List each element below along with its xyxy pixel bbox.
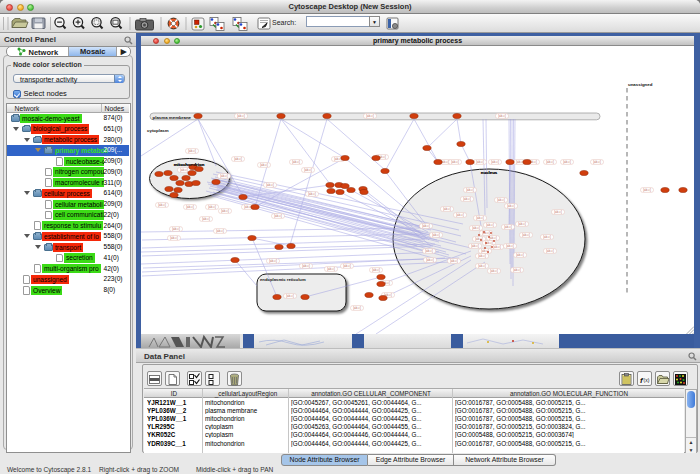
svg-text:[ab-c]: [ab-c] [366,114,374,118]
svg-text:[ab-c]: [ab-c] [497,198,505,202]
svg-text:mitochondrion: mitochondrion [174,162,205,167]
svg-text:[ab-c]: [ab-c] [443,207,451,211]
svg-text:[ab-c]: [ab-c] [451,160,459,164]
svg-text:[ab-c]: [ab-c] [593,160,601,164]
svg-text:[ab-c]: [ab-c] [513,268,521,272]
svg-text:endoplasmic reticulum: endoplasmic reticulum [260,277,306,282]
svg-text:[ab-c]: [ab-c] [554,210,562,214]
svg-text:[ab-c]: [ab-c] [471,244,479,248]
svg-text:[ab-c]: [ab-c] [266,183,274,187]
svg-text:[ab-c]: [ab-c] [475,237,483,241]
svg-text:[ab-c]: [ab-c] [304,168,312,172]
svg-text:unassigned: unassigned [628,82,653,87]
svg-text:[ab-c]: [ab-c] [643,188,651,192]
svg-text:[ab-c]: [ab-c] [490,269,498,273]
svg-text:[ab-c]: [ab-c] [522,233,530,237]
svg-text:[ab-c]: [ab-c] [472,226,480,230]
svg-text:[ab-c]: [ab-c] [426,258,434,262]
svg-text:[ab-c]: [ab-c] [286,294,294,298]
svg-text:[ab-c]: [ab-c] [491,160,499,164]
svg-text:[ab-c]: [ab-c] [308,192,316,196]
svg-text:[ab-c]: [ab-c] [220,174,228,178]
svg-text:[ab-c]: [ab-c] [563,160,571,164]
svg-text:[ab-c]: [ab-c] [221,209,229,213]
svg-text:[ab-c]: [ab-c] [216,229,224,233]
svg-text:[ab-c]: [ab-c] [456,213,464,217]
svg-text:[ab-c]: [ab-c] [292,160,300,164]
svg-text:[ab-c]: [ab-c] [478,254,486,258]
svg-text:[ab-c]: [ab-c] [425,249,433,253]
svg-text:[ab-c]: [ab-c] [372,268,380,272]
svg-text:[ab-c]: [ab-c] [516,253,524,257]
svg-text:[ab-c]: [ab-c] [546,160,554,164]
svg-text:[ab-c]: [ab-c] [186,205,194,209]
svg-text:[ab-c]: [ab-c] [237,114,245,118]
svg-text:[ab-c]: [ab-c] [269,259,277,263]
svg-text:plasma membrane: plasma membrane [153,115,192,120]
svg-text:[ab-c]: [ab-c] [489,236,497,240]
svg-text:[ab-c]: [ab-c] [208,205,216,209]
svg-text:[ab-c]: [ab-c] [486,223,494,227]
svg-text:[ab-c]: [ab-c] [493,245,501,249]
svg-text:[ab-c]: [ab-c] [188,149,196,153]
svg-text:[ab-c]: [ab-c] [432,233,440,237]
svg-text:[ab-c]: [ab-c] [234,157,242,161]
svg-text:nucleus: nucleus [481,170,498,175]
svg-text:[ab-c]: [ab-c] [506,244,514,248]
svg-text:[ab-c]: [ab-c] [343,264,351,268]
svg-text:[ab-c]: [ab-c] [327,267,335,271]
svg-text:[ab-c]: [ab-c] [504,225,512,229]
svg-text:[ab-c]: [ab-c] [476,160,484,164]
svg-text:[ab-c]: [ab-c] [478,264,486,268]
svg-text:[ab-c]: [ab-c] [353,306,361,310]
svg-text:[ab-c]: [ab-c] [507,204,515,208]
svg-text:[ab-c]: [ab-c] [476,216,484,220]
svg-text:[ab-c]: [ab-c] [202,217,210,221]
svg-text:[ab-c]: [ab-c] [518,222,526,226]
svg-text:[ab-c]: [ab-c] [274,214,282,218]
svg-text:[ab-c]: [ab-c] [466,188,474,192]
svg-text:[ab-c]: [ab-c] [543,235,551,239]
svg-text:(x): (x) [644,377,650,383]
svg-text:[ab-c]: [ab-c] [498,114,506,118]
svg-text:cytoplasm: cytoplasm [147,128,169,133]
svg-text:[ab-c]: [ab-c] [172,227,180,231]
svg-text:[ab-c]: [ab-c] [170,236,178,240]
svg-text:[ab-c]: [ab-c] [260,163,268,167]
svg-text:[ab-c]: [ab-c] [422,224,430,228]
svg-text:[ab-c]: [ab-c] [302,264,310,268]
svg-text:[ab-c]: [ab-c] [450,259,458,263]
svg-text:[ab-c]: [ab-c] [546,249,554,253]
svg-text:[ab-c]: [ab-c] [463,197,471,201]
svg-text:[ab-c]: [ab-c] [158,203,166,207]
svg-text:[ab-c]: [ab-c] [180,168,188,172]
